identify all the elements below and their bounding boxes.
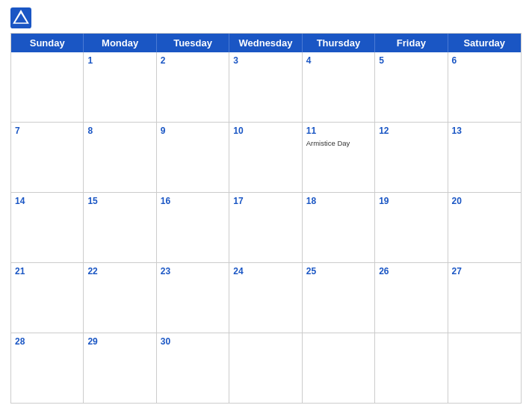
day-cell: 7 xyxy=(11,123,84,192)
day-cell: 4 xyxy=(303,52,375,122)
day-header-sunday: Sunday xyxy=(11,34,84,52)
day-cell xyxy=(11,52,84,122)
logo-icon xyxy=(10,7,31,28)
day-number: 25 xyxy=(306,265,371,278)
day-number: 16 xyxy=(161,195,225,208)
day-number: 11 xyxy=(306,125,371,137)
day-cell: 3 xyxy=(229,52,302,122)
day-cell: 1 xyxy=(84,52,156,122)
day-number: 27 xyxy=(452,265,517,278)
day-number: 9 xyxy=(161,125,225,137)
day-cell: 28 xyxy=(11,333,84,403)
calendar: SundayMondayTuesdayWednesdayThursdayFrid… xyxy=(10,33,522,404)
day-number: 12 xyxy=(379,125,443,137)
day-cell: 30 xyxy=(157,333,229,403)
day-number: 7 xyxy=(15,125,79,137)
day-number: 18 xyxy=(306,195,371,208)
day-cell: 18 xyxy=(303,193,375,262)
day-header-wednesday: Wednesday xyxy=(229,34,302,52)
day-number: 6 xyxy=(452,55,517,67)
day-header-saturday: Saturday xyxy=(448,34,521,52)
day-cell: 15 xyxy=(84,193,156,262)
day-cell: 5 xyxy=(375,52,448,122)
logo xyxy=(10,7,34,28)
week-row-4: 21222324252627 xyxy=(11,263,521,333)
day-cell xyxy=(229,333,302,403)
day-cell: 6 xyxy=(448,52,521,122)
week-row-5: 282930 xyxy=(11,333,521,403)
day-cell: 24 xyxy=(229,263,302,333)
day-cell: 19 xyxy=(375,193,448,262)
day-cell: 12 xyxy=(375,123,448,192)
day-cell: 8 xyxy=(84,123,156,192)
day-cell: 25 xyxy=(303,263,375,333)
week-row-3: 14151617181920 xyxy=(11,193,521,263)
day-cell: 20 xyxy=(448,193,521,262)
day-number: 4 xyxy=(306,55,371,67)
day-cell: 16 xyxy=(157,193,229,262)
day-number: 3 xyxy=(233,55,297,67)
day-number: 10 xyxy=(233,125,297,137)
day-number: 22 xyxy=(87,265,152,278)
day-header-thursday: Thursday xyxy=(303,34,375,52)
day-cell: 13 xyxy=(448,123,521,192)
day-number: 5 xyxy=(379,55,443,67)
day-cell: 10 xyxy=(229,123,302,192)
day-cell: 2 xyxy=(157,52,229,122)
day-header-tuesday: Tuesday xyxy=(157,34,229,52)
day-number: 2 xyxy=(161,55,225,67)
day-number: 14 xyxy=(15,195,79,208)
day-cell: 22 xyxy=(84,263,156,333)
day-number: 17 xyxy=(233,195,297,208)
day-number: 23 xyxy=(161,265,225,278)
week-row-2: 7891011Armistice Day1213 xyxy=(11,123,521,193)
day-header-monday: Monday xyxy=(84,34,156,52)
day-number: 8 xyxy=(87,125,152,137)
day-number: 24 xyxy=(233,265,297,278)
day-number: 20 xyxy=(452,195,517,208)
day-cell: 14 xyxy=(11,193,84,262)
day-number: 19 xyxy=(379,195,443,208)
week-row-1: 123456 xyxy=(11,52,521,123)
day-cell: 21 xyxy=(11,263,84,333)
day-cell: 27 xyxy=(448,263,521,333)
day-cell xyxy=(303,333,375,403)
day-number: 1 xyxy=(87,55,152,67)
day-headers-row: SundayMondayTuesdayWednesdayThursdayFrid… xyxy=(11,34,521,52)
day-number: 21 xyxy=(15,265,79,278)
day-cell: 9 xyxy=(157,123,229,192)
day-cell: 26 xyxy=(375,263,448,333)
day-cell: 11Armistice Day xyxy=(303,123,375,192)
day-number: 13 xyxy=(452,125,517,137)
day-cell: 17 xyxy=(229,193,302,262)
day-cell xyxy=(448,333,521,403)
day-number: 28 xyxy=(15,336,79,348)
day-cell xyxy=(375,333,448,403)
day-number: 29 xyxy=(87,336,152,348)
weeks-container: 1234567891011Armistice Day12131415161718… xyxy=(11,52,521,403)
page: SundayMondayTuesdayWednesdayThursdayFrid… xyxy=(0,0,532,411)
day-header-friday: Friday xyxy=(375,34,448,52)
day-number: 30 xyxy=(161,336,225,348)
event-label: Armistice Day xyxy=(306,139,371,147)
header xyxy=(10,7,522,28)
day-cell: 23 xyxy=(157,263,229,333)
day-number: 26 xyxy=(379,265,443,278)
day-cell: 29 xyxy=(84,333,156,403)
day-number: 15 xyxy=(87,195,152,208)
